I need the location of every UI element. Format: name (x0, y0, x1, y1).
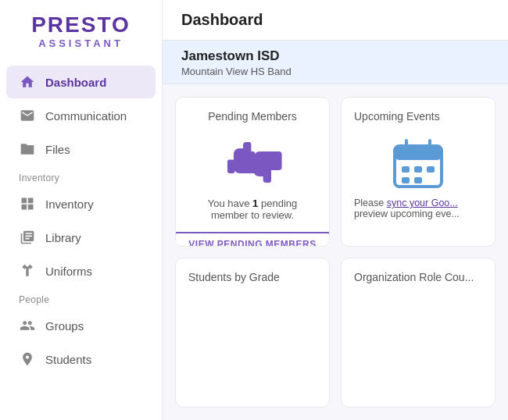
users-icon (19, 317, 36, 334)
svg-rect-8 (427, 166, 435, 173)
sidebar-item-students[interactable]: Students (6, 343, 156, 376)
upcoming-events-title: Upcoming Events (354, 110, 482, 123)
svg-rect-3 (395, 146, 442, 160)
home-icon (19, 73, 36, 91)
org-sub: Mountain View HS Band (181, 66, 489, 77)
tshirt-icon (19, 262, 36, 279)
org-role-title: Organization Role Cou... (354, 271, 482, 283)
pending-text: You have 1 pending member to review. (188, 198, 317, 221)
sync-link[interactable]: sync your Goo... (387, 198, 458, 208)
sidebar-item-dashboard-label: Dashboard (45, 76, 106, 89)
sidebar-item-inventory-label: Inventory (45, 198, 94, 211)
main-header: Dashboard (163, 0, 508, 41)
org-role-card: Organization Role Cou... (341, 258, 495, 408)
sidebar-item-files[interactable]: Files (6, 133, 156, 166)
upcoming-text: Please sync your Goo... preview upcoming… (354, 198, 482, 219)
svg-rect-6 (402, 166, 410, 173)
view-pending-members-button[interactable]: VIEW PENDING MEMBERS (175, 232, 330, 247)
logo-area: PRESTO ASSISTANT (0, 0, 162, 62)
svg-rect-1 (248, 151, 256, 166)
sidebar: PRESTO ASSISTANT Dashboard Communication (0, 0, 163, 420)
cards-area: Pending Members You have 1 pending (163, 84, 508, 420)
logo-sub: ASSISTANT (38, 37, 123, 49)
upcoming-events-card: Upcoming Events Please sync your Goo... … (341, 97, 495, 247)
svg-rect-0 (227, 159, 235, 173)
mail-icon (19, 107, 36, 124)
sidebar-item-files-label: Files (45, 143, 70, 156)
inventory-section-label: Inventory (0, 166, 162, 187)
sidebar-nav: Dashboard Communication Files Inventory (0, 62, 162, 420)
students-grade-title: Students by Grade (188, 271, 317, 283)
book-icon (19, 229, 36, 246)
sidebar-item-uniforms[interactable]: Uniforms (6, 254, 156, 287)
sidebar-item-library[interactable]: Library (6, 221, 156, 254)
pending-members-title: Pending Members (208, 110, 297, 123)
students-by-grade-card: Students by Grade (175, 258, 330, 408)
sidebar-item-library-label: Library (45, 231, 81, 244)
sidebar-item-students-label: Students (45, 353, 91, 366)
org-banner: Jamestown ISD Mountain View HS Band (163, 41, 508, 84)
grid-icon (19, 195, 36, 212)
sidebar-item-dashboard[interactable]: Dashboard (6, 66, 156, 98)
main-content: Dashboard Jamestown ISD Mountain View HS… (163, 0, 508, 420)
logo-name: PRESTO (31, 14, 131, 36)
people-section-label: People (0, 288, 162, 308)
sidebar-item-uniforms-label: Uniforms (45, 265, 92, 278)
thumbs-icon (221, 137, 284, 191)
svg-rect-10 (414, 177, 422, 183)
sidebar-item-groups[interactable]: Groups (6, 309, 156, 342)
svg-rect-9 (402, 177, 410, 183)
sidebar-item-communication-label: Communication (45, 109, 127, 123)
student-icon (19, 351, 36, 368)
page-title: Dashboard (181, 11, 489, 29)
sidebar-item-communication[interactable]: Communication (6, 99, 156, 132)
sidebar-item-inventory[interactable]: Inventory (6, 187, 156, 220)
folder-icon (19, 141, 36, 158)
pending-members-card: Pending Members You have 1 pending (175, 97, 330, 247)
svg-rect-7 (414, 166, 422, 173)
calendar-icon (354, 137, 482, 191)
sidebar-item-groups-label: Groups (45, 319, 84, 333)
org-name: Jamestown ISD (181, 48, 489, 64)
